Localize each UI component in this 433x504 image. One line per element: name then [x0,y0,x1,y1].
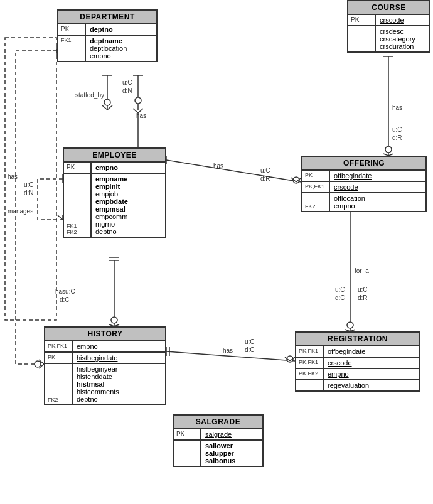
course-crsduration: crsduration [380,43,415,50]
off-fk2-label: FK2 [302,193,330,211]
fora-label: for_a [355,267,369,274]
sal-attrs: sallower salupper salbonus [201,441,239,466]
svg-point-20 [385,146,392,153]
off-empno: empno [334,202,365,210]
svg-line-10 [133,109,138,113]
course-crsdesc: crsdesc [380,28,415,35]
course-attr-row1: crsdesc crscategory crsduration [348,26,429,51]
svg-line-13 [166,160,301,182]
svg-point-7 [135,97,141,104]
hist-pk-row1: PK,FK1 empno [45,341,165,353]
salgrade-header: SALGRADE [174,416,262,429]
hist-histenddate: histenddate [77,373,119,380]
course-crscode: crscode [380,16,404,24]
history-header: HISTORY [45,328,165,341]
erd-diagram: has manages staffed_by u:C d:N has [0,0,433,504]
svg-line-11 [138,109,143,113]
emp-pk-attr: empno [92,163,122,173]
hist-fk2-label: FK2 [45,364,73,404]
sal-salupper: salupper [205,449,235,457]
dept-deptlocation: deptlocation [90,45,127,52]
emp-fk-labels: FK1 FK2 [64,174,92,237]
course-header: COURSE [348,1,429,15]
emp-empjob: empjob [95,190,128,198]
ucdn-label1: u:C [122,79,132,86]
ucdc-label1: u:C [245,338,255,345]
svg-point-45 [35,361,41,367]
off-pk2-label: PK,FK1 [302,182,330,192]
hist-pk1-label: PK,FK1 [45,341,73,351]
dept-deptname: deptname [90,37,127,45]
reg-pk-row1: PK,FK1 offbegindate [296,346,419,358]
off-offlocation: offlocation [334,195,365,202]
emp-deptno: deptno [95,228,128,235]
history-body: PK,FK1 empno PK histbegindate FK2 histbe… [45,341,165,404]
reg-pk3-label: PK,FK2 [296,369,324,379]
svg-line-2 [102,105,107,110]
emp-mgrno: mgrno [95,220,128,228]
ucdn2-label1: u:C [24,181,34,188]
department-entity: DEPARTMENT PK deptno FK1 deptname deptlo… [57,9,158,62]
ucdr2-label1: u:C [392,126,402,133]
dept-pk-label: PK [58,24,86,35]
has-emp-off-label: has [213,163,223,169]
sal-sallower: sallower [205,442,235,449]
emp-fk1: FK1 [67,223,77,229]
ucdr-label2: d:R [260,175,270,182]
course-entity: COURSE PK crscode crsdesc crscategory cr… [347,0,430,53]
employee-body: PK empno FK1 FK2 empname empinit empjob … [64,163,165,237]
hist-histbeginyear: histbeginyear [77,365,119,373]
has-left-label: has [8,173,18,180]
ucdc-label2: d:C [245,346,255,353]
svg-rect-0 [5,38,56,320]
reg-pk2-attr: crscode [324,358,356,368]
svg-point-4 [104,99,110,105]
svg-line-17 [296,178,301,182]
sal-attr-row: sallower salupper salbonus [174,441,262,466]
salgrade-entity: SALGRADE PK salgrade sallower salupper s… [173,414,264,467]
dept-empno: empno [90,52,127,60]
hist-empno: empno [77,343,98,350]
course-attrs: crsdesc crscategory crsduration [376,26,419,51]
emp-empno: empno [95,164,118,171]
svg-line-34 [290,357,295,361]
off-pk1-label: PK [302,171,330,181]
emp-attrs: empname empinit empjob empbdate empmsal … [92,174,132,237]
reg-empty [296,380,324,390]
reg-pk3-attr: empno [324,369,353,379]
emp-pk-label: PK [64,163,92,173]
off-pk1-attr: offbegindate [330,171,375,181]
svg-point-38 [347,322,353,328]
hist-pk2-attr: histbegindate [73,353,121,363]
hist-histmsal: histmsal [77,380,119,388]
dept-deptno: deptno [90,26,113,33]
emp-empname: empname [95,175,128,183]
reg-pk1-attr: offbegindate [324,346,369,357]
emp-empmsal: empmsal [95,205,128,213]
off-pk-row2: PK,FK1 crscode [302,182,425,193]
hasuc-label: hasu:C [55,288,75,295]
sal-empty [174,441,201,466]
manages-label: manages [8,208,33,215]
offering-body: PK offbegindate PK,FK1 crscode FK2 offlo… [302,171,425,211]
ucdr3-label1: u:C [358,286,368,293]
off-attrs: offlocation empno [330,193,369,211]
off-crscode: crscode [334,183,358,191]
employee-header: EMPLOYEE [64,149,165,163]
hist-attr-row: FK2 histbeginyear histenddate histmsal h… [45,364,165,404]
dept-attrs: deptname deptlocation empno [86,36,131,61]
reg-attrs: regevaluation [324,380,373,390]
dept-attr-row: FK1 deptname deptlocation empno [58,36,156,61]
off-attr-row: FK2 offlocation empno [302,193,425,211]
svg-line-47 [39,364,44,368]
reg-offbegindate: offbegindate [328,348,365,355]
course-pk-label: PK [348,15,376,25]
hist-deptno: deptno [77,395,119,403]
reg-regevaluation: regevaluation [328,382,369,389]
hist-attrs: histbeginyear histenddate histmsal histc… [73,364,123,404]
reg-pk-row3: PK,FK2 empno [296,369,419,380]
has-hist-reg-label: has [223,347,233,354]
registration-header: REGISTRATION [296,333,419,346]
offering-header: OFFERING [302,157,425,171]
reg-attr-row: regevaluation [296,380,419,390]
